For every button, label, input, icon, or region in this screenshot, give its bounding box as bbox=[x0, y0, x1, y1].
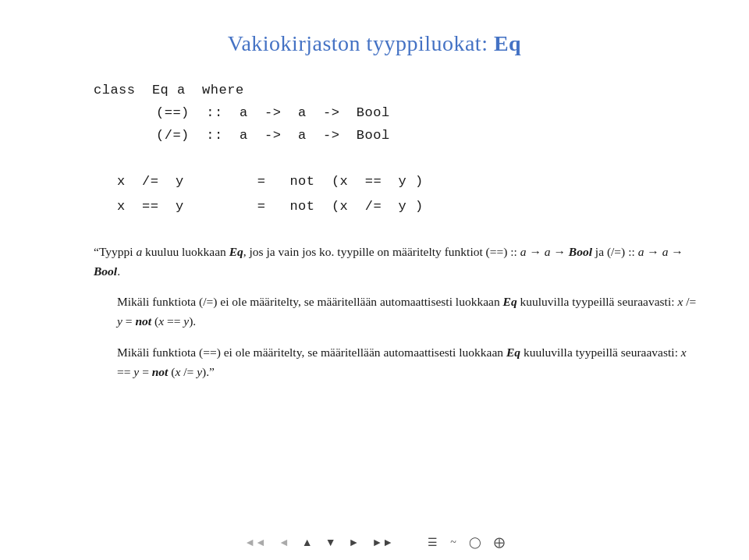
prose-p1: Mikäli funktiota (/=) ei ole määritelty,… bbox=[117, 292, 702, 331]
code-eq-sig: (==) :: a -> a -> Bool bbox=[156, 105, 390, 120]
nav-prev-icon[interactable]: ◄ bbox=[275, 535, 293, 551]
title-prefix: Vakiokirjaston tyyppiluokat: bbox=[228, 31, 494, 55]
nav-settings-icon[interactable]: ⨁ bbox=[491, 534, 508, 551]
equation-row-1: x /= y = not (x == y ) bbox=[117, 169, 424, 194]
nav-search-icon[interactable]: ~ bbox=[447, 535, 460, 551]
nav-fullscreen-icon[interactable]: ◯ bbox=[466, 534, 485, 551]
eq1-rhs: not (x == y ) bbox=[273, 169, 424, 194]
equations-block: x /= y = not (x == y ) x == y = not (x /… bbox=[117, 169, 424, 220]
code-class-keyword: class Eq a where bbox=[94, 83, 244, 97]
nav-next-icon[interactable]: ► bbox=[346, 535, 363, 551]
slide-title: Vakiokirjaston tyyppiluokat: Eq bbox=[228, 31, 521, 56]
prose-quote: “Tyyppi a kuuluu luokkaan Eq, jos ja vai… bbox=[94, 243, 702, 282]
class-definition: class Eq a where (==) :: a -> a -> Bool … bbox=[94, 80, 390, 147]
eq2-rhs: not (x /= y ) bbox=[273, 194, 424, 219]
bottom-nav: ◄◄ ◄ ▲ ▼ ► ►► ☰ ~ ◯ ⨁ bbox=[0, 534, 749, 551]
eq2-lhs: x == y bbox=[117, 194, 250, 219]
eq1-lhs: x /= y bbox=[117, 169, 250, 194]
nav-first-icon[interactable]: ◄◄ bbox=[241, 535, 269, 551]
prose-p2: Mikäli funktiota (==) ei ole määritelty,… bbox=[117, 343, 702, 382]
slide-content: class Eq a where (==) :: a -> a -> Bool … bbox=[47, 80, 702, 390]
code-line-neq: (/=) :: a -> a -> Bool bbox=[156, 125, 390, 147]
nav-up-icon[interactable]: ▲ bbox=[299, 535, 316, 551]
nav-last-icon[interactable]: ►► bbox=[368, 535, 396, 551]
title-highlight: Eq bbox=[494, 31, 521, 55]
code-line-eq: (==) :: a -> a -> Bool bbox=[156, 102, 390, 125]
equation-row-2: x == y = not (x /= y ) bbox=[117, 194, 424, 219]
nav-menu-icon[interactable]: ☰ bbox=[424, 534, 441, 551]
code-neq-sig: (/=) :: a -> a -> Bool bbox=[156, 128, 390, 143]
eq2-sign: = bbox=[250, 194, 273, 219]
code-line-class: class Eq a where bbox=[94, 80, 390, 102]
eq1-sign: = bbox=[250, 169, 273, 194]
slide: Vakiokirjaston tyyppiluokat: Eq class Eq… bbox=[0, 0, 749, 560]
nav-down-icon[interactable]: ▼ bbox=[322, 535, 339, 551]
